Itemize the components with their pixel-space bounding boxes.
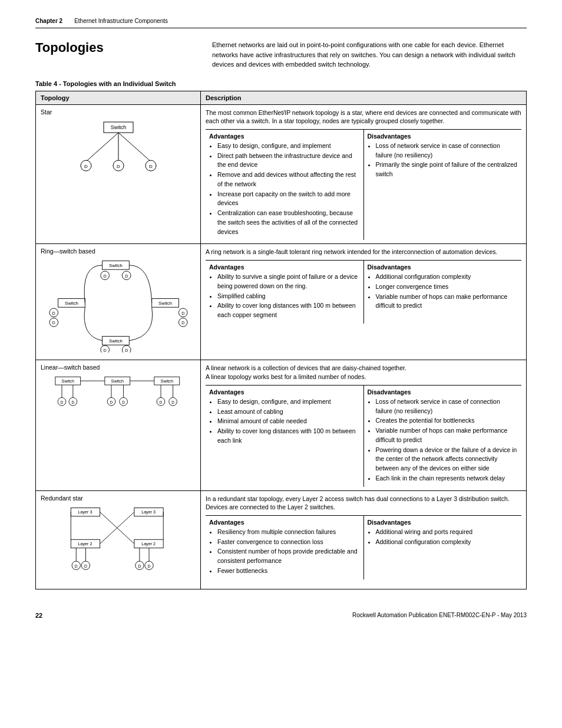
linear-diagram: Switch Switch Switch D [41, 374, 196, 410]
svg-text:D: D [84, 164, 88, 169]
svg-text:Layer 3: Layer 3 [141, 510, 156, 515]
star-desc-cell: The most common EtherNet/IP network topo… [201, 104, 527, 244]
linear-disadvantages: Disadvantages Loss of network service in… [364, 386, 522, 487]
svg-text:Switch: Switch [160, 378, 173, 384]
redundant-label: Redundant star [41, 495, 196, 502]
svg-text:D: D [171, 400, 174, 404]
publication-info: Rockwell Automation Publication ENET-RM0… [352, 612, 527, 618]
star-diagram: Switch D D D [41, 119, 196, 178]
svg-text:D: D [71, 400, 74, 404]
ring-adv-dis: Advantages Ability to survive a single p… [206, 260, 521, 324]
star-dis-title: Disadvantages [368, 133, 518, 140]
col-description: Description [201, 91, 527, 104]
svg-text:D: D [74, 564, 77, 568]
redundant-dis-list: Additional wiring and ports required Add… [376, 528, 518, 547]
ring-desc-cell: A ring network is a single-fault toleran… [201, 244, 527, 360]
chapter-label: Chapter 2 [35, 18, 62, 24]
page-header: Chapter 2 Ethernet Infrastructure Compon… [35, 18, 527, 28]
table-row: Star Switch D [36, 104, 527, 244]
svg-text:D: D [181, 311, 184, 315]
ring-adv-title: Advantages [209, 263, 360, 271]
svg-text:Switch: Switch [65, 301, 78, 306]
page-title: Topologies [35, 40, 200, 55]
header-title: Ethernet Infrastructure Components [74, 18, 168, 24]
page-footer: 22 Rockwell Automation Publication ENET-… [35, 607, 527, 619]
star-dis-list: Loss of network service in case of conne… [376, 141, 518, 179]
linear-label: Linear—switch based [41, 364, 196, 371]
svg-text:D: D [125, 274, 128, 278]
svg-text:D: D [60, 400, 63, 404]
redundant-dis-title: Disadvantages [368, 519, 518, 526]
star-label: Star [41, 108, 196, 116]
linear-adv-list: Easy to design, configure, and implement… [217, 397, 360, 446]
svg-text:D: D [181, 321, 184, 325]
svg-text:D: D [122, 400, 125, 404]
redundant-advantages: Advantages Resiliency from multiple conn… [206, 516, 364, 579]
redundant-description: In a redundant star topology, every Laye… [206, 495, 521, 512]
ring-disadvantages: Disadvantages Additional configuration c… [364, 261, 522, 324]
svg-text:Layer 2: Layer 2 [141, 542, 156, 546]
ring-label: Ring—switch based [41, 248, 196, 255]
col-topology: Topology [36, 91, 201, 104]
svg-text:Layer 3: Layer 3 [78, 510, 92, 515]
redundant-topology-cell: Redundant star Layer 3 Layer 3 Layer 2 [36, 490, 201, 589]
svg-text:D: D [110, 400, 113, 404]
ring-diagram: Switch D D Switch D [41, 258, 196, 353]
ring-advantages: Advantages Ability to survive a single p… [206, 261, 364, 324]
svg-line-2 [86, 133, 118, 162]
linear-desc-cell: A linear network is a collection of devi… [201, 360, 527, 490]
redundant-adv-list: Resiliency from multiple connection fail… [217, 528, 360, 576]
svg-text:D: D [103, 274, 106, 278]
svg-text:Switch: Switch [61, 378, 74, 384]
ring-adv-list: Ability to survive a single point of fai… [217, 272, 360, 320]
svg-line-4 [118, 133, 151, 162]
redundant-adv-dis: Advantages Resiliency from multiple conn… [206, 515, 521, 579]
svg-text:D: D [159, 400, 162, 404]
linear-dis-title: Disadvantages [368, 388, 518, 396]
svg-text:Switch: Switch [108, 263, 122, 268]
table-row: Redundant star Layer 3 Layer 3 Layer 2 [36, 490, 527, 589]
linear-advantages: Advantages Easy to design, configure, an… [206, 386, 364, 487]
svg-text:Layer 2: Layer 2 [78, 542, 92, 546]
svg-text:Switch: Switch [108, 338, 122, 344]
svg-text:Switch: Switch [158, 301, 172, 306]
star-disadvantages: Disadvantages Loss of network service in… [364, 130, 522, 241]
svg-text:D: D [149, 164, 153, 169]
page-number: 22 [35, 612, 42, 619]
linear-adv-dis: Advantages Easy to design, configure, an… [206, 385, 521, 487]
svg-text:Switch: Switch [110, 124, 126, 130]
ring-dis-title: Disadvantages [368, 263, 518, 271]
redundant-desc-cell: In a redundant star topology, every Laye… [201, 490, 527, 589]
star-adv-title: Advantages [209, 133, 360, 140]
redundant-disadvantages: Disadvantages Additional wiring and port… [364, 516, 522, 579]
svg-text:D: D [103, 348, 106, 353]
ring-dis-list: Additional configuration complexity Long… [376, 272, 518, 311]
svg-text:D: D [138, 564, 141, 568]
table-row: Ring—switch based Switch D D [36, 244, 527, 360]
linear-adv-title: Advantages [209, 388, 360, 396]
linear-dis-list: Loss of network service in case of conne… [376, 397, 518, 483]
star-adv-dis: Advantages Easy to design, configure, an… [206, 129, 521, 241]
svg-text:D: D [125, 348, 128, 353]
star-adv-list: Easy to design, configure, and implement… [217, 141, 360, 237]
star-advantages: Advantages Easy to design, configure, an… [206, 130, 364, 241]
star-topology-cell: Star Switch D [36, 104, 201, 244]
intro-text: Ethernet networks are laid out in point-… [212, 40, 527, 70]
linear-description: A linear network is a collection of devi… [206, 364, 521, 381]
svg-text:D: D [117, 164, 120, 169]
topologies-table: Topology Description Star Switch [35, 91, 527, 589]
redundant-adv-title: Advantages [209, 519, 360, 526]
star-description: The most common EtherNet/IP network topo… [206, 108, 521, 126]
redundant-diagram: Layer 3 Layer 3 Layer 2 Layer 2 [41, 505, 196, 582]
table-row: Linear—switch based Switch Switch Switch [36, 360, 527, 490]
table-caption: Table 4 - Topologies with an Individual … [35, 80, 527, 87]
svg-text:D: D [52, 321, 55, 325]
linear-topology-cell: Linear—switch based Switch Switch Switch [36, 360, 201, 490]
svg-text:Switch: Switch [111, 378, 123, 384]
ring-description: A ring network is a single-fault toleran… [206, 248, 521, 256]
svg-text:D: D [84, 564, 87, 568]
ring-topology-cell: Ring—switch based Switch D D [36, 244, 201, 360]
svg-text:D: D [52, 311, 55, 315]
svg-text:D: D [147, 564, 150, 568]
